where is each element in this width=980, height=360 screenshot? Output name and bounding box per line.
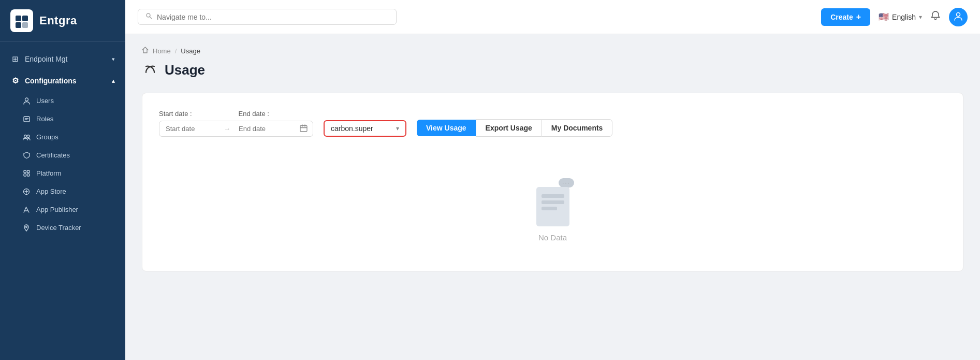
sidebar-item-configurations[interactable]: ⚙ Configurations ▴ <box>0 70 125 92</box>
main-card: Start date : End date : → <box>142 93 963 271</box>
sidebar-sub-label: Roles <box>36 115 53 123</box>
end-date-label: End date : <box>239 110 269 118</box>
chevron-up-icon: ▴ <box>112 78 115 84</box>
sidebar-item-label: Configurations <box>25 77 77 85</box>
user-avatar[interactable] <box>949 8 968 26</box>
navigate-icon <box>145 12 153 21</box>
svg-rect-3 <box>22 22 28 28</box>
plus-icon: + <box>856 12 861 22</box>
svg-rect-0 <box>16 16 21 21</box>
svg-rect-12 <box>24 174 26 177</box>
svg-rect-13 <box>27 174 30 177</box>
device-tracker-icon <box>22 224 31 232</box>
tenant-select[interactable]: carbon.super <box>331 124 393 133</box>
home-icon <box>142 47 149 55</box>
sidebar-sub-label: App Publisher <box>36 206 78 213</box>
view-usage-button[interactable]: View Usage <box>417 120 476 136</box>
sidebar-sub-label: Device Tracker <box>36 224 81 232</box>
tenant-filter-group: carbon.super ▾ <box>324 120 406 137</box>
page-title-container: Usage <box>142 60 963 80</box>
configurations-icon: ⚙ <box>10 76 20 85</box>
sidebar-item-roles[interactable]: Roles <box>0 110 125 128</box>
app-publisher-icon <box>22 206 31 213</box>
sidebar-item-app-store[interactable]: App Store <box>0 182 125 200</box>
main-container: Create + 🇺🇸 English ▾ Home / Usag <box>125 0 980 360</box>
export-usage-button[interactable]: Export Usage <box>476 119 542 137</box>
svg-point-18 <box>957 13 960 17</box>
topbar: Create + 🇺🇸 English ▾ <box>125 0 980 34</box>
breadcrumb-separator: / <box>175 47 177 55</box>
svg-rect-10 <box>24 170 26 173</box>
language-label: English <box>892 13 916 21</box>
svg-point-4 <box>25 98 28 101</box>
filter-row: Start date : End date : → <box>159 110 946 137</box>
roles-icon <box>22 116 31 123</box>
my-documents-button[interactable]: My Documents <box>542 119 613 137</box>
topbar-right: Create + 🇺🇸 English ▾ <box>821 8 968 26</box>
search-bar[interactable] <box>138 9 397 25</box>
language-selector[interactable]: 🇺🇸 English ▾ <box>879 12 922 22</box>
sidebar-sub-label: Certificates <box>36 151 70 159</box>
create-button[interactable]: Create + <box>821 8 870 26</box>
sidebar-sub-label: App Store <box>36 188 66 195</box>
sidebar-item-device-tracker[interactable]: Device Tracker <box>0 219 125 237</box>
svg-line-17 <box>150 17 152 19</box>
action-buttons: View Usage Export Usage My Documents <box>417 119 612 137</box>
page-content: Home / Usage Usage Start d <box>125 34 980 360</box>
sidebar-sub-label: Users <box>36 97 54 105</box>
end-date-input[interactable] <box>232 121 295 136</box>
tenant-chevron-icon: ▾ <box>396 125 399 132</box>
no-data-illustration: ··· <box>530 178 576 225</box>
date-range-picker[interactable]: → <box>159 121 313 137</box>
sidebar-sub-label: Groups <box>36 133 58 141</box>
sidebar-item-platform[interactable]: Platform <box>0 164 125 182</box>
svg-point-9 <box>27 135 30 137</box>
start-date-label: Start date : <box>159 110 192 118</box>
sidebar-nav: ⊞ Endpoint Mgt ▾ ⚙ Configurations ▴ User… <box>0 42 125 360</box>
groups-icon <box>22 134 31 140</box>
logo-name: Entgra <box>39 14 77 27</box>
app-store-icon <box>22 188 31 195</box>
page-title: Usage <box>165 62 205 78</box>
sidebar-item-groups[interactable]: Groups <box>0 128 125 146</box>
usage-icon <box>142 60 158 80</box>
sidebar-item-users[interactable]: Users <box>0 92 125 110</box>
endpoint-mgt-icon: ⊞ <box>10 54 20 64</box>
create-label: Create <box>830 13 853 21</box>
sidebar-logo: Entgra <box>0 0 125 42</box>
calendar-icon[interactable] <box>295 124 313 134</box>
start-date-input[interactable] <box>159 121 222 136</box>
date-filter-group: Start date : End date : → <box>159 110 313 137</box>
tenant-select-wrapper[interactable]: carbon.super ▾ <box>324 120 406 137</box>
sidebar-item-certificates[interactable]: Certificates <box>0 146 125 164</box>
lang-chevron-icon: ▾ <box>919 13 922 21</box>
svg-rect-2 <box>16 22 21 28</box>
svg-rect-5 <box>24 117 30 122</box>
notification-bell[interactable] <box>930 10 941 23</box>
breadcrumb: Home / Usage <box>142 47 963 55</box>
logo-icon <box>10 9 33 32</box>
user-icon <box>22 97 31 105</box>
svg-point-8 <box>24 135 26 137</box>
search-input[interactable] <box>157 13 389 21</box>
breadcrumb-home[interactable]: Home <box>153 47 171 55</box>
no-data-container: ··· No Data <box>159 153 946 250</box>
svg-point-15 <box>26 226 27 227</box>
sidebar-item-label: Endpoint Mgt <box>25 55 68 63</box>
svg-rect-11 <box>27 170 30 173</box>
sidebar-item-app-publisher[interactable]: App Publisher <box>0 200 125 219</box>
certificates-icon <box>22 152 31 159</box>
chevron-down-icon: ▾ <box>112 56 115 63</box>
date-arrow-icon: → <box>222 125 232 133</box>
breadcrumb-current: Usage <box>181 47 200 55</box>
flag-icon: 🇺🇸 <box>879 12 889 22</box>
svg-rect-1 <box>22 16 28 21</box>
platform-icon <box>22 170 31 177</box>
sidebar-sub-label: Platform <box>36 169 61 177</box>
no-data-text: No Data <box>538 233 567 242</box>
sidebar-item-endpoint-mgt[interactable]: ⊞ Endpoint Mgt ▾ <box>0 48 125 70</box>
sidebar: Entgra ⊞ Endpoint Mgt ▾ ⚙ Configurations… <box>0 0 125 360</box>
svg-rect-19 <box>300 125 307 132</box>
